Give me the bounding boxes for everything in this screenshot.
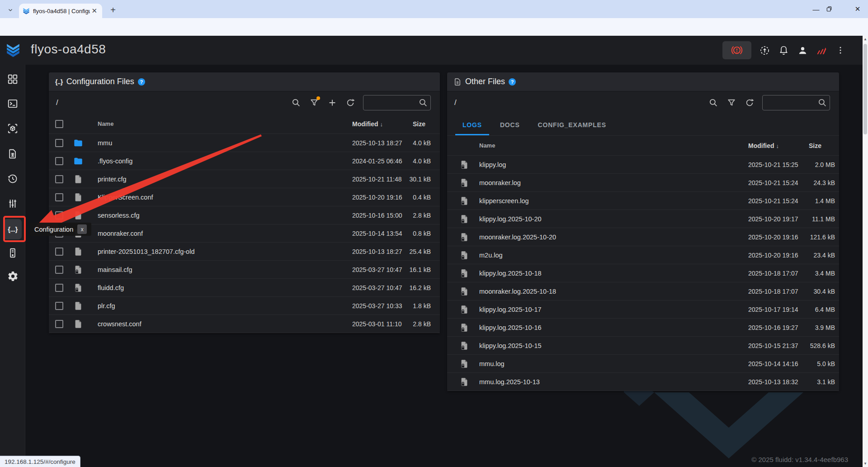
row-checkbox[interactable] [55,157,63,165]
config-file-list: mmu 2025-10-13 18:27 4.0 kB .flyos-confi… [49,134,440,333]
table-row[interactable]: mmu.log 2025-10-14 14:16 5.0 kB [447,355,839,373]
table-row[interactable]: printer.cfg 2025-10-21 11:48 30.1 kB [49,170,440,188]
browser-tab[interactable]: flyos-0a4d58 | Configuration ✕ [19,4,102,18]
annotation-highlight-rect [3,216,26,242]
file-modified: 2025-03-27 10:47 [352,266,403,273]
page-scrollbar[interactable]: ▲ ▼ [863,36,868,467]
search-toggle-button[interactable] [291,97,302,108]
table-row[interactable]: printer-20251013_182707.cfg-old 2025-10-… [49,243,440,261]
table-row[interactable]: klipperscreen.log 2025-10-21 15:24 1.4 M… [447,192,839,210]
table-row[interactable]: plr.cfg 2025-03-27 10:33 1.8 kB [49,297,440,315]
sidebar-item-history[interactable] [0,167,25,190]
help-icon[interactable]: ? [509,78,516,86]
file-modified: 2025-10-21 11:48 [352,176,403,183]
file-modified: 2025-03-01 11:10 [352,320,403,328]
file-size: 2.8 kB [403,320,431,328]
table-row[interactable]: mainsail.cfg 2025-03-27 10:47 16.1 kB [49,261,440,279]
column-header-size[interactable]: Size [403,120,431,128]
window-restore-button[interactable] [826,6,847,12]
table-row[interactable]: moonraker.log.2025-10-18 2025-10-18 17:0… [447,282,839,300]
sidebar-item-settings[interactable] [0,265,25,287]
tab-docs[interactable]: DOCS [493,115,527,135]
column-header-modified[interactable]: Modified ↓ [748,142,799,149]
file-name: m2u.log [479,252,748,259]
table-row[interactable]: mmu 2025-10-13 18:27 4.0 kB [49,134,440,152]
folder-icon [73,156,83,166]
scroll-down-icon[interactable]: ▼ [863,462,868,466]
filter-button[interactable] [726,97,737,108]
table-row[interactable]: m2u.log 2025-10-20 19:16 23.4 kB [447,246,839,264]
file-name: printer.cfg [93,176,352,183]
file-modified: 2025-03-27 10:33 [352,302,403,310]
table-row[interactable]: klippy.log.2025-10-15 2025-10-15 21:37 5… [447,337,839,355]
file-modified: 2025-10-14 13:54 [352,230,403,237]
scroll-up-icon[interactable]: ▲ [863,37,868,41]
table-row[interactable]: moonraker.log 2025-10-21 15:24 24.3 kB [447,174,839,192]
column-header-name[interactable]: Name [479,142,748,149]
search-toggle-button[interactable] [708,97,719,108]
row-checkbox[interactable] [55,211,63,219]
sidebar-item-gcode-preview[interactable] [0,117,25,140]
tab-config-examples[interactable]: CONFIG_EXAMPLES [531,115,613,135]
config-path-breadcrumb[interactable]: / [56,98,283,107]
table-row[interactable]: moonraker.conf 2025-10-14 13:54 0.8 kB [49,224,440,243]
row-checkbox[interactable] [55,175,63,183]
file-modified: 2025-10-13 18:27 [352,248,403,255]
sidebar-item-console[interactable] [0,92,25,115]
notifications-button[interactable] [778,44,789,56]
row-checkbox[interactable] [55,139,63,147]
table-row[interactable]: klippy.log.2025-10-20 2025-10-20 19:17 1… [447,210,839,228]
column-header-modified[interactable]: Modified ↓ [352,120,403,128]
refresh-button[interactable] [744,97,755,108]
tab-logs[interactable]: LOGS [455,115,489,135]
file-size: 24.3 kB [799,179,835,186]
window-close-button[interactable]: ✕ [847,5,868,13]
select-all-checkbox[interactable] [55,120,63,128]
table-row[interactable]: .flyos-config 2024-01-25 06:46 4.0 kB [49,152,440,170]
new-tab-button[interactable]: + [107,4,119,16]
row-checkbox[interactable] [55,320,63,328]
tab-close-icon[interactable]: ✕ [90,7,99,15]
row-checkbox[interactable] [55,266,63,274]
sidebar-item-tune[interactable] [0,192,25,215]
row-checkbox[interactable] [55,193,63,201]
add-file-button[interactable] [327,97,338,108]
user-button[interactable] [797,44,808,56]
row-icon-cell [73,265,93,275]
filter-button[interactable] [309,97,320,108]
table-row[interactable]: klippy.log.2025-10-18 2025-10-18 17:07 3… [447,264,839,282]
emergency-stop-button[interactable] [722,41,751,59]
window-minimize-button[interactable]: — [806,5,826,13]
row-checkbox[interactable] [55,302,63,310]
table-row[interactable]: KlipperScreen.conf 2025-10-20 19:16 0.4 … [49,188,440,206]
refresh-button[interactable] [345,97,356,108]
table-row[interactable]: klippy.log 2025-10-21 15:25 2.0 MB [447,156,839,174]
sidebar-item-dashboard[interactable] [0,68,25,91]
column-header-size[interactable]: Size [799,142,835,149]
table-row[interactable]: moonraker.log.2025-10-20 2025-10-20 19:1… [447,228,839,246]
app-menu-button[interactable] [835,44,846,56]
help-icon[interactable]: ? [138,78,145,86]
tooltip-close-chip[interactable]: x [77,224,87,234]
table-row[interactable]: fluidd.cfg 2025-03-27 10:47 16.2 kB [49,279,440,297]
table-row[interactable]: sensorless.cfg 2025-10-16 15:00 2.8 kB [49,206,440,224]
table-row[interactable]: crowsnest.conf 2025-03-01 11:10 2.8 kB [49,315,440,333]
table-row[interactable]: klippy.log.2025-10-17 2025-10-17 19:14 6… [447,300,839,319]
update-status-button[interactable] [759,44,770,56]
sidebar-item-system[interactable] [0,242,25,264]
sidebar-item-jobs[interactable] [0,143,25,165]
row-checkbox[interactable] [55,284,63,292]
row-icon-cell [459,305,479,315]
file-modified: 2025-10-15 21:37 [748,342,799,349]
table-row[interactable]: klippy.log.2025-10-16 2025-10-16 19:27 3… [447,319,839,337]
column-header-name[interactable]: Name [93,120,352,127]
fluidd-app: flyos-oa4d58 [0,36,868,467]
plus-icon [327,98,337,108]
scrollbar-thumb[interactable] [863,44,867,134]
tab-search-button[interactable] [5,5,16,15]
other-path-breadcrumb[interactable]: / [454,98,701,107]
table-row[interactable]: mmu.log.2025-10-13 2025-10-13 18:32 3.1 … [447,373,839,391]
row-checkbox[interactable] [55,248,63,256]
brand-logo-button[interactable] [816,44,827,56]
file-lock-icon [73,265,83,275]
